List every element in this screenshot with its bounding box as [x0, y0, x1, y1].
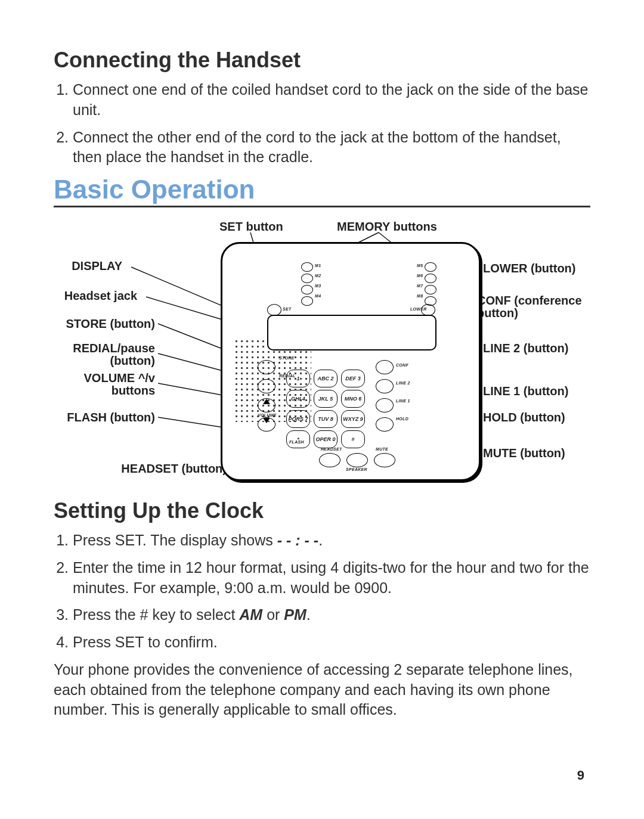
- key-hash: #: [341, 430, 365, 448]
- label-redial: REDIAL/pause (button): [48, 342, 155, 367]
- label-store: STORE (button): [48, 318, 155, 330]
- m6-button: [425, 274, 436, 283]
- label-volume: VOLUME ^/v buttons: [48, 372, 155, 397]
- clock-step-3a: Press the # key to select: [73, 606, 239, 623]
- clock-step-3b: AM: [239, 606, 262, 623]
- key-4: GHI 4: [286, 390, 310, 408]
- clock-step-3d: PM: [284, 606, 306, 623]
- ml-m5: M5: [417, 263, 423, 268]
- key-3: DEF 3: [341, 370, 365, 387]
- mute-button: [374, 453, 395, 467]
- key-7: PQRS 7: [286, 410, 310, 428]
- clock-step-1: Press SET. The display shows - - : - -.: [73, 531, 590, 551]
- ml-speaker: SPEAKER: [346, 467, 367, 471]
- label-memory-buttons: MEMORY buttons: [337, 221, 437, 233]
- bottom-row: [319, 453, 395, 467]
- set-button: [267, 304, 281, 316]
- key-8: TUV 8: [314, 410, 338, 428]
- ml-store: STORE: [279, 356, 295, 360]
- ml-m8: M8: [417, 294, 423, 298]
- ml-line2: LINE 2: [396, 381, 410, 385]
- connect-step-2: Connect the other end of the cord to the…: [73, 128, 590, 168]
- connect-step-1: Connect one end of the coiled handset co…: [73, 80, 590, 120]
- manual-page: Connecting the Handset Connect one end o…: [0, 0, 644, 819]
- ml-m4: M4: [315, 294, 321, 298]
- ml-set: SET: [283, 307, 292, 311]
- headset-button: [319, 453, 340, 467]
- key-9: WXYZ 9: [341, 410, 365, 428]
- label-headset-button: HEADSET (button): [107, 463, 227, 475]
- svg-line-1: [146, 297, 226, 321]
- line1-button: [376, 398, 394, 412]
- ml-volume: VOLUME: [258, 413, 277, 417]
- memory-col-right: [425, 262, 436, 306]
- m4-button: [301, 296, 313, 306]
- redial-button: [258, 379, 275, 393]
- memory-col-left: [301, 262, 313, 306]
- clock-step-3c: or: [262, 606, 284, 623]
- clock-step-1c: .: [318, 532, 323, 548]
- label-display: DISPLAY: [72, 260, 122, 272]
- phone-diagram: SET button MEMORY buttons DISPLAY Headse…: [54, 213, 590, 494]
- heading-basic-operation: Basic Operation: [54, 175, 590, 207]
- phone-lcd: [267, 315, 436, 350]
- page-number: 9: [577, 768, 584, 783]
- ml-lower: LOWER: [410, 307, 427, 311]
- ml-m3: M3: [315, 284, 321, 288]
- label-line2: LINE 2 (button): [483, 342, 584, 355]
- hold-button: [376, 417, 394, 432]
- two-line-paragraph: Your phone provides the convenience of a…: [54, 660, 590, 720]
- label-mute: MUTE (button): [483, 447, 584, 460]
- label-conf: CONF (conference button): [477, 294, 584, 319]
- clock-step-1b: - - : - -: [277, 532, 318, 548]
- ml-m7: M7: [417, 284, 423, 288]
- label-line1: LINE 1 (button): [483, 385, 584, 398]
- line2-button: [376, 379, 394, 393]
- right-function-col: [376, 360, 394, 432]
- heading-setting-clock: Setting Up the Clock: [54, 498, 590, 523]
- label-set-button: SET button: [219, 221, 283, 233]
- heading-connecting-handset: Connecting the Handset: [54, 48, 590, 73]
- connecting-handset-steps: Connect one end of the coiled handset co…: [54, 80, 590, 167]
- key-star: *: [286, 430, 310, 448]
- m7-button: [425, 285, 436, 294]
- key-6: MNO 6: [341, 390, 365, 408]
- clock-steps: Press SET. The display shows - - : - -. …: [54, 531, 590, 653]
- label-lower: LOWER (button): [483, 262, 584, 275]
- label-hold: HOLD (button): [483, 411, 584, 424]
- key-5: JKL 5: [314, 390, 338, 408]
- ml-m6: M6: [417, 274, 423, 278]
- clock-step-1a: Press SET. The display shows: [73, 532, 277, 548]
- store-button: [258, 360, 275, 374]
- keypad: 1 ABC 2 DEF 3 GHI 4 JKL 5 MNO 6 PQRS 7 T…: [286, 370, 365, 448]
- ml-hold: HOLD: [396, 417, 408, 421]
- key-0: OPER 0: [314, 430, 338, 448]
- ml-m1: M1: [315, 263, 321, 268]
- m1-button: [301, 262, 313, 272]
- left-function-col: [258, 360, 275, 432]
- volume-up-button: [258, 398, 275, 412]
- key-1: 1: [286, 370, 310, 387]
- ml-mute: MUTE: [376, 447, 388, 451]
- ml-conf: CONF: [396, 363, 408, 367]
- ml-headset: HEADSET: [321, 447, 342, 451]
- volume-down-button: [258, 417, 275, 432]
- clock-step-3e: .: [306, 606, 311, 623]
- conf-button: [376, 360, 394, 374]
- m3-button: [301, 285, 313, 294]
- clock-step-3: Press the # key to select AM or PM.: [73, 605, 590, 625]
- clock-step-4: Press SET to confirm.: [73, 632, 590, 653]
- label-headset-jack: Headset jack: [48, 290, 137, 302]
- ml-line1: LINE 1: [396, 399, 410, 403]
- label-flash: FLASH (button): [48, 411, 155, 424]
- m2-button: [301, 274, 313, 283]
- m5-button: [425, 262, 436, 272]
- speaker-button: [346, 453, 368, 467]
- key-2: ABC 2: [314, 370, 338, 387]
- ml-m2: M2: [315, 274, 321, 278]
- clock-step-2: Enter the time in 12 hour format, using …: [73, 558, 590, 598]
